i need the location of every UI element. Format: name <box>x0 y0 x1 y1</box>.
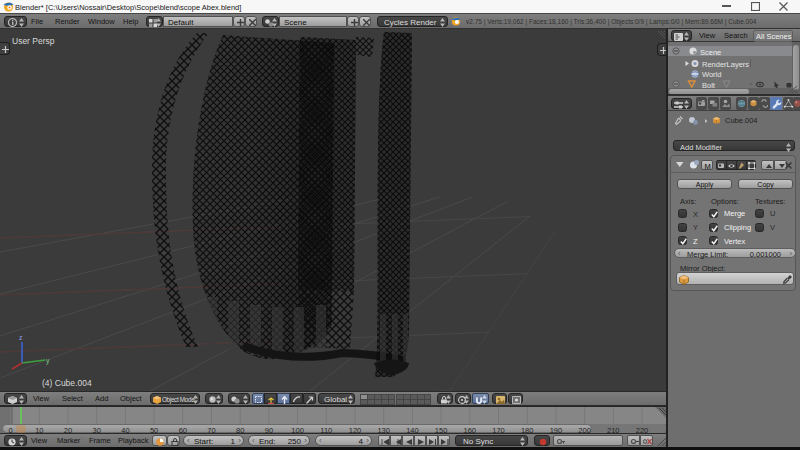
svg-text:y: y <box>46 357 50 365</box>
svg-text:z: z <box>19 334 23 341</box>
